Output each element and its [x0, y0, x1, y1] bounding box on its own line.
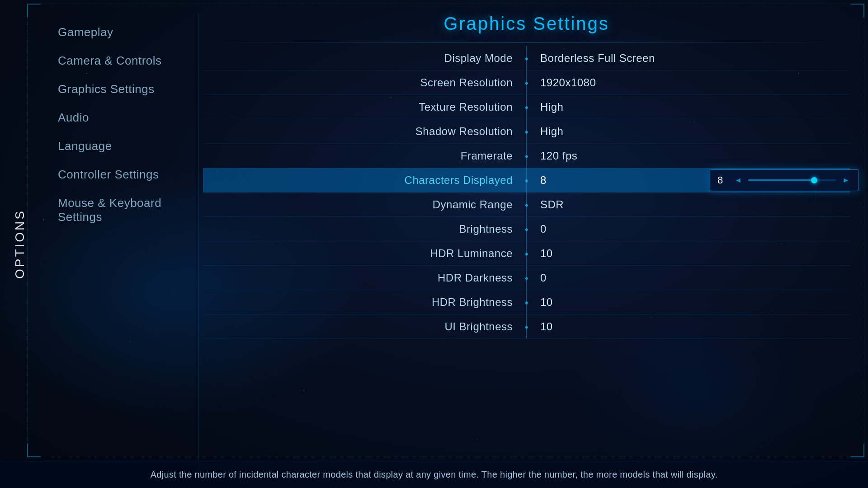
sidebar-item-language[interactable]: Language: [49, 132, 193, 160]
slider-right-button[interactable]: ►: [840, 175, 851, 185]
setting-row-brightness[interactable]: Brightness0: [203, 217, 850, 241]
layout: GameplayCamera & ControlsGraphics Settin…: [49, 14, 850, 474]
setting-row-framerate[interactable]: Framerate120 fps: [203, 144, 850, 168]
setting-row-screen-resolution[interactable]: Screen Resolution1920x1080: [203, 70, 850, 95]
setting-separator-hdr-darkness: [526, 266, 527, 290]
setting-name-framerate: Framerate: [203, 150, 526, 162]
border-left: [27, 17, 28, 444]
setting-value-hdr-darkness: 0: [527, 272, 850, 284]
slider-left-button[interactable]: ◄: [733, 175, 744, 185]
sidebar-item-mouse-keyboard[interactable]: Mouse & Keyboard Settings: [49, 189, 193, 231]
setting-separator-shadow-resolution: [526, 119, 527, 143]
sidebar: GameplayCamera & ControlsGraphics Settin…: [49, 14, 193, 474]
setting-separator-brightness: [526, 217, 527, 241]
setting-separator-framerate: [526, 144, 527, 168]
setting-value-texture-resolution: High: [527, 101, 850, 113]
corner-decoration-tr: [851, 4, 864, 17]
setting-row-texture-resolution[interactable]: Texture ResolutionHigh: [203, 95, 850, 119]
main-wrapper: Options GameplayCamera & ControlsGraphic…: [0, 0, 868, 488]
setting-name-display-mode: Display Mode: [203, 52, 526, 65]
setting-name-hdr-darkness: HDR Darkness: [203, 272, 526, 284]
options-label: Options: [13, 209, 27, 279]
sidebar-item-controller-settings[interactable]: Controller Settings: [49, 160, 193, 189]
setting-value-ui-brightness: 10: [527, 320, 850, 333]
border-top: [41, 4, 851, 4]
setting-name-texture-resolution: Texture Resolution: [203, 101, 526, 113]
corner-decoration-br: [851, 444, 864, 457]
description-text: Adjust the number of incidental characte…: [151, 469, 718, 480]
setting-name-shadow-resolution: Shadow Resolution: [203, 125, 526, 138]
setting-name-brightness: Brightness: [203, 223, 526, 235]
options-tab: Options: [0, 0, 40, 488]
setting-separator-texture-resolution: [526, 95, 527, 119]
corner-decoration-bl: [27, 444, 41, 457]
setting-row-characters-displayed[interactable]: Characters Displayed88◄►: [203, 168, 850, 192]
setting-row-hdr-brightness[interactable]: HDR Brightness10: [203, 290, 850, 314]
border-right: [864, 17, 864, 444]
setting-value-brightness: 0: [527, 223, 850, 235]
setting-row-display-mode[interactable]: Display ModeBorderless Full Screen: [203, 46, 850, 70]
setting-separator-dynamic-range: [526, 192, 527, 216]
setting-separator-display-mode: [526, 46, 527, 70]
title-divider: [203, 42, 850, 42]
setting-separator-hdr-luminance: [526, 241, 527, 265]
slider-fill: [748, 179, 814, 181]
slider-thumb: [811, 177, 817, 183]
setting-value-display-mode: Borderless Full Screen: [527, 52, 850, 65]
settings-list: Display ModeBorderless Full ScreenScreen…: [203, 46, 850, 474]
setting-separator-hdr-brightness: [526, 290, 527, 314]
sidebar-item-gameplay[interactable]: Gameplay: [49, 18, 193, 47]
sidebar-item-graphics-settings[interactable]: Graphics Settings: [49, 75, 193, 103]
setting-name-characters-displayed: Characters Displayed: [203, 174, 526, 187]
setting-value-screen-resolution: 868x488: [527, 76, 850, 89]
border-bottom: [41, 457, 851, 457]
page-title: Graphics Settings: [203, 14, 850, 34]
setting-value-framerate: 120 fps: [527, 150, 850, 162]
setting-name-dynamic-range: Dynamic Range: [203, 198, 526, 211]
setting-name-hdr-luminance: HDR Luminance: [203, 247, 526, 260]
slider-popup: 8◄►: [710, 169, 859, 191]
setting-name-ui-brightness: UI Brightness: [203, 320, 526, 333]
setting-value-hdr-brightness: 10: [527, 296, 850, 309]
setting-name-hdr-brightness: HDR Brightness: [203, 296, 526, 309]
setting-value-hdr-luminance: 10: [527, 247, 850, 260]
slider-track[interactable]: [748, 179, 836, 181]
sidebar-separator: [198, 14, 198, 474]
corner-decoration-tl: [27, 4, 41, 17]
setting-separator-characters-displayed: [526, 168, 527, 192]
setting-row-ui-brightness[interactable]: UI Brightness10: [203, 314, 850, 339]
sidebar-item-camera-controls[interactable]: Camera & Controls: [49, 47, 193, 75]
slider-value-display: 8: [717, 174, 728, 186]
setting-separator-screen-resolution: [526, 70, 527, 94]
content-area: GameplayCamera & ControlsGraphics Settin…: [40, 0, 868, 488]
setting-value-shadow-resolution: High: [527, 125, 850, 138]
setting-row-shadow-resolution[interactable]: Shadow ResolutionHigh: [203, 119, 850, 144]
setting-name-screen-resolution: Screen Resolution: [203, 76, 526, 89]
setting-row-hdr-luminance[interactable]: HDR Luminance10: [203, 241, 850, 266]
sidebar-item-audio[interactable]: Audio: [49, 103, 193, 132]
description-bar: Adjust the number of incidental characte…: [0, 461, 868, 488]
setting-row-hdr-darkness[interactable]: HDR Darkness0: [203, 266, 850, 290]
setting-separator-ui-brightness: [526, 314, 527, 338]
settings-panel: Graphics Settings Display ModeBorderless…: [203, 14, 850, 474]
